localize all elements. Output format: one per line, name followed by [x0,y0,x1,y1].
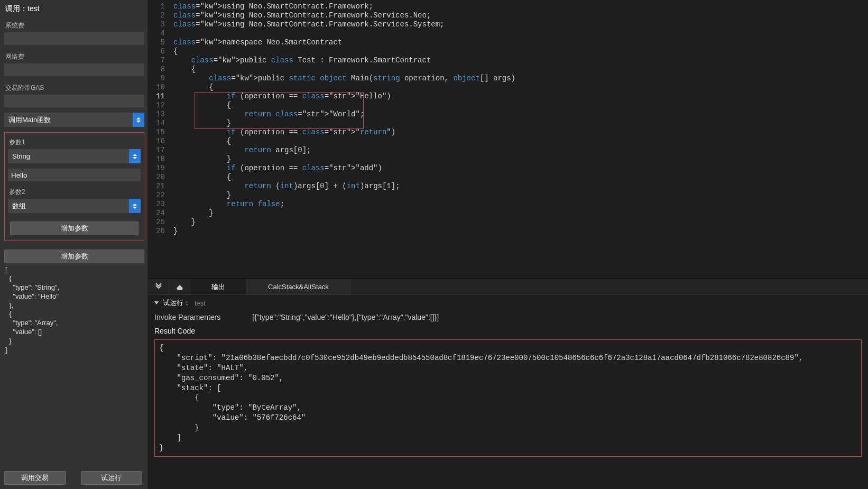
bottom-tabs: 输出 CalcStack&AltStack [148,279,868,295]
label-sysfee: 系统费 [4,21,144,30]
input-sysfee[interactable] [4,32,144,45]
select-param2-type[interactable]: 数组 [8,199,141,213]
title-name: test [27,4,40,13]
invoke-tx-button[interactable]: 调用交易 [4,471,66,485]
collapse-icon[interactable] [148,279,169,294]
result-code-label: Result Code [154,327,862,335]
input-netfee[interactable] [4,63,144,76]
label-netfee: 网络费 [4,52,144,61]
chevron-updown-icon[interactable] [129,199,141,213]
invoke-params-label: Invoke Paramenters [154,313,220,321]
run-header[interactable]: 试运行： test [154,298,862,308]
select-main-function[interactable]: 调用Main函数 [4,113,144,127]
result-code-box: { "script": "21a06b38efaecbdd7c0f530ce95… [154,339,862,457]
code-area[interactable]: class="kw">using Neo.SmartContract.Frame… [173,2,868,279]
title-prefix: 调用： [5,4,27,13]
left-action-buttons: 调用交易 试运行 [4,471,144,485]
label-param2: 参数2 [8,188,141,197]
caret-down-icon [154,301,159,305]
select-param1-type[interactable]: String [8,149,141,163]
label-param1: 参数1 [8,138,141,147]
input-gas[interactable] [4,95,144,107]
tab-output[interactable]: 输出 [190,279,247,294]
invoke-params-value: [{"type":"String","value":"Hello"},{"typ… [252,313,439,321]
params-highlight-box: 参数1 String 参数2 数组 增加参数 [4,132,144,241]
add-param-outer-button[interactable]: 增加参数 [4,250,144,263]
invoke-params-row: Invoke Paramenters [{"type":"String","va… [154,313,862,321]
param1-type-text: String [8,152,129,160]
bottom-content: 试运行： test Invoke Paramenters [{"type":"S… [148,295,868,489]
input-param1-value[interactable] [8,169,141,181]
left-panel: 调用：test 系统费 网络费 交易附带GAS 调用Main函数 参数1 Str… [0,0,148,489]
run-label-prefix: 试运行： [163,298,190,308]
select-main-text: 调用Main函数 [4,115,133,125]
app-root: 调用：test 系统费 网络费 交易附带GAS 调用Main函数 参数1 Str… [0,0,868,489]
param2-type-text: 数组 [8,201,129,211]
code-editor[interactable]: 1234567891011121314151617181920212223242… [148,0,868,279]
chevron-updown-icon[interactable] [133,113,144,127]
run-name: test [195,299,206,307]
chevron-updown-icon[interactable] [129,149,141,163]
params-json-preview: [ { "type": "String", "value": "Hello" }… [4,263,144,466]
bottom-panel: 输出 CalcStack&AltStack 试运行： test Invoke P… [148,279,868,489]
clear-icon[interactable] [169,279,190,294]
line-gutter: 1234567891011121314151617181920212223242… [148,2,173,279]
tab-stacks[interactable]: CalcStack&AltStack [247,279,350,294]
right-area: 1234567891011121314151617181920212223242… [148,0,868,489]
label-gas: 交易附带GAS [4,84,144,93]
add-param-inner-button[interactable]: 增加参数 [10,222,138,235]
test-run-button[interactable]: 试运行 [81,471,143,485]
panel-title: 调用：test [4,4,144,14]
